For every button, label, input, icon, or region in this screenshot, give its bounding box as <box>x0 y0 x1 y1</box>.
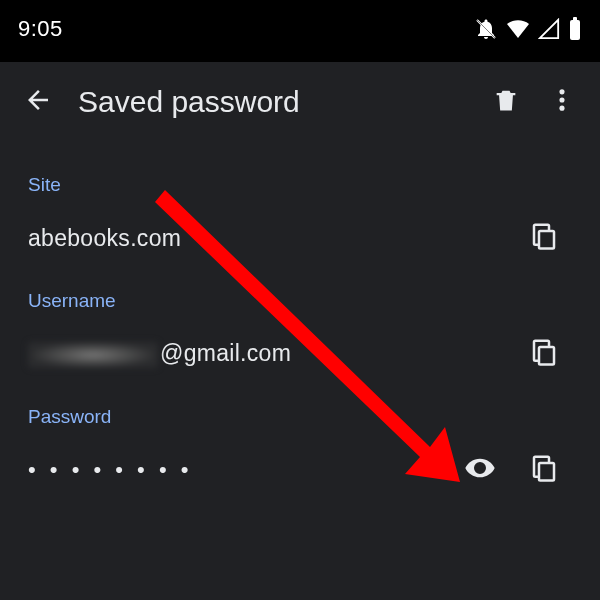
username-suffix: @gmail.com <box>160 340 291 366</box>
status-bar: 9:05 <box>0 0 600 58</box>
username-value: @gmail.com <box>28 340 516 368</box>
delete-button[interactable] <box>478 74 534 130</box>
svg-rect-3 <box>573 17 577 21</box>
back-button[interactable] <box>10 74 66 130</box>
copy-site-button[interactable] <box>516 210 572 266</box>
reveal-password-button[interactable] <box>452 442 508 498</box>
arrow-back-icon <box>23 85 53 119</box>
username-redacted <box>28 342 158 368</box>
page-title: Saved password <box>78 85 478 119</box>
username-row: @gmail.com <box>28 326 572 382</box>
password-row: • • • • • • • • <box>28 442 572 498</box>
svg-point-5 <box>559 97 564 102</box>
copy-icon <box>529 453 559 487</box>
eye-icon <box>464 452 496 488</box>
app-screen: Saved password <box>0 62 600 600</box>
battery-icon <box>568 17 582 41</box>
notifications-off-icon <box>474 17 498 41</box>
site-value: abebooks.com <box>28 225 516 252</box>
username-label: Username <box>28 290 572 312</box>
site-row: abebooks.com <box>28 210 572 266</box>
cell-signal-icon <box>538 18 560 40</box>
svg-point-9 <box>477 465 483 471</box>
copy-icon <box>529 337 559 371</box>
password-value: • • • • • • • • <box>28 457 452 483</box>
more-button[interactable] <box>534 74 590 130</box>
trash-icon <box>492 86 520 118</box>
svg-point-6 <box>559 106 564 111</box>
svg-rect-7 <box>539 231 554 249</box>
password-label: Password <box>28 406 572 428</box>
site-label: Site <box>28 174 572 196</box>
copy-icon <box>529 221 559 255</box>
wifi-icon <box>506 17 530 41</box>
svg-point-4 <box>559 89 564 94</box>
copy-username-button[interactable] <box>516 326 572 382</box>
more-vert-icon <box>548 86 576 118</box>
status-icons <box>474 17 582 41</box>
status-time: 9:05 <box>18 16 63 42</box>
app-bar: Saved password <box>0 62 600 142</box>
svg-rect-8 <box>539 347 554 365</box>
copy-password-button[interactable] <box>516 442 572 498</box>
svg-rect-10 <box>539 463 554 481</box>
svg-rect-2 <box>570 20 580 40</box>
